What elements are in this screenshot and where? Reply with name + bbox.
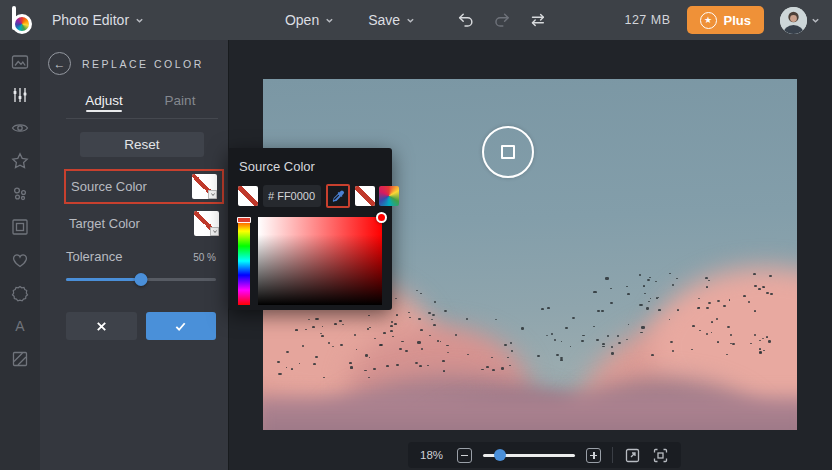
slider-fill (66, 278, 141, 281)
open-label: Open (285, 12, 319, 28)
text-icon[interactable]: A (10, 316, 30, 336)
current-color-swatch[interactable] (238, 186, 258, 206)
app-title-menu[interactable]: Photo Editor (52, 12, 144, 28)
frame-icon[interactable] (10, 217, 30, 237)
heart-icon[interactable] (10, 250, 30, 270)
chevron-down-icon (811, 16, 820, 25)
account-menu[interactable] (780, 7, 820, 34)
picker-area (238, 217, 382, 305)
swatch-dropdown-icon (208, 190, 217, 199)
zoom-level: 18% (420, 449, 446, 461)
tab-adjust[interactable]: Adjust (66, 85, 142, 118)
saturation-value-gradient[interactable] (258, 217, 382, 305)
popup-swatch-options (355, 186, 399, 206)
zoom-slider[interactable] (483, 448, 575, 462)
color-picker-popup: Source Color (228, 148, 392, 310)
open-menu[interactable]: Open (285, 12, 334, 28)
no-color-icon (238, 186, 258, 206)
repeat-icon[interactable] (529, 11, 547, 29)
popup-controls-row (238, 184, 382, 208)
check-icon (174, 320, 187, 333)
zoom-bar: 18% (408, 442, 681, 468)
plus-upgrade-button[interactable]: ★ Plus (687, 6, 764, 34)
panel-header: ← REPLACE COLOR (40, 40, 228, 85)
slider-thumb[interactable] (135, 273, 148, 286)
tool-sidebar: A (0, 40, 40, 470)
star-icon[interactable] (10, 151, 30, 171)
chevron-down-icon (135, 16, 144, 25)
fit-screen-icon[interactable] (652, 447, 669, 464)
app-title: Photo Editor (52, 12, 129, 28)
hue-handle[interactable] (237, 217, 251, 223)
confirm-row (66, 312, 216, 340)
avatar (780, 7, 807, 34)
plus-label: Plus (724, 13, 751, 28)
swatch-dropdown-icon (210, 227, 219, 236)
save-label: Save (368, 12, 400, 28)
svg-text:A: A (15, 318, 25, 334)
transparent-swatch[interactable] (355, 186, 375, 206)
history-controls (457, 11, 547, 29)
no-color-icon (355, 186, 375, 206)
target-color-row[interactable]: Target Color (64, 208, 224, 239)
tolerance-label: Tolerance (66, 249, 122, 264)
eye-icon[interactable] (10, 118, 30, 138)
panel-title: REPLACE COLOR (82, 58, 204, 70)
target-color-label: Target Color (69, 216, 140, 231)
source-color-row[interactable]: Source Color (64, 169, 224, 204)
eyedropper-cursor[interactable] (482, 126, 534, 178)
adjustments-icon[interactable] (10, 85, 30, 105)
target-color-swatch[interactable] (194, 211, 219, 236)
zoom-out-button[interactable] (457, 448, 472, 463)
logo-color-wheel (12, 14, 32, 34)
image-icon[interactable] (10, 52, 30, 72)
chevron-down-icon (406, 16, 415, 25)
top-bar-right: 127 MB ★ Plus (624, 0, 820, 40)
replace-color-panel: ← REPLACE COLOR Adjust Paint Reset Sourc… (40, 40, 228, 470)
redo-icon[interactable] (493, 11, 511, 29)
panel-tabs: Adjust Paint (66, 85, 218, 119)
spectrum-swatch[interactable] (379, 186, 399, 206)
star-icon: ★ (700, 12, 717, 29)
tolerance-slider[interactable] (66, 272, 216, 286)
chevron-down-icon (325, 16, 334, 25)
cancel-button[interactable] (66, 312, 137, 340)
divider (612, 447, 613, 463)
tolerance-value: 50 % (193, 252, 216, 263)
app-logo[interactable] (10, 6, 36, 34)
save-menu[interactable]: Save (368, 12, 415, 28)
tab-paint[interactable]: Paint (142, 85, 218, 118)
gradient-selector[interactable] (376, 212, 387, 223)
popup-title: Source Color (239, 159, 382, 174)
storage-indicator: 127 MB (624, 13, 670, 27)
reset-button[interactable]: Reset (80, 132, 204, 157)
zoom-in-button[interactable] (586, 448, 601, 463)
hue-strip[interactable] (238, 217, 250, 305)
zoom-slider-thumb[interactable] (494, 449, 506, 461)
eyedropper-cursor-square (501, 145, 515, 159)
bubbles-icon[interactable] (10, 184, 30, 204)
pattern-icon[interactable] (10, 349, 30, 369)
source-color-label: Source Color (71, 179, 147, 194)
hex-color-input[interactable] (263, 185, 321, 207)
top-bar-center: Open Save (285, 0, 547, 40)
eyedropper-icon (331, 189, 345, 203)
eyedropper-button[interactable] (326, 184, 350, 208)
close-icon (95, 320, 108, 333)
top-bar: Photo Editor Open Save 127 MB ★ Plu (0, 0, 832, 40)
tolerance-row: Tolerance 50 % (66, 249, 218, 264)
back-button[interactable]: ← (48, 52, 71, 75)
undo-icon[interactable] (457, 11, 475, 29)
source-color-swatch[interactable] (192, 174, 217, 199)
apply-button[interactable] (146, 312, 217, 340)
open-external-icon[interactable] (624, 447, 641, 464)
badge-icon[interactable] (10, 283, 30, 303)
